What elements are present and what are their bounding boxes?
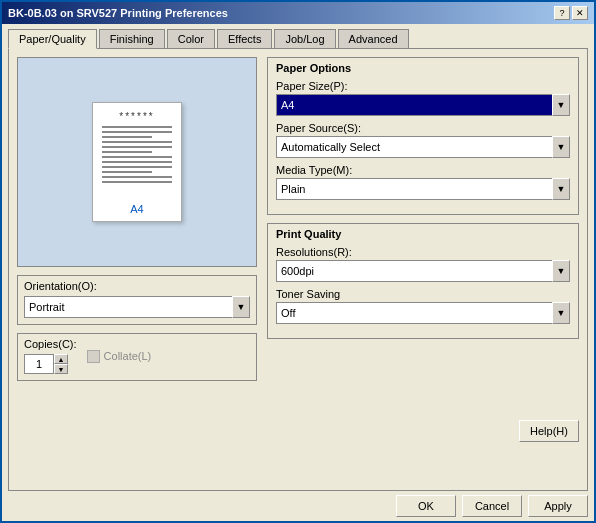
paper-asterisks: ****** bbox=[119, 111, 154, 122]
paper-source-select[interactable]: Automatically Select bbox=[276, 136, 570, 158]
print-quality-group: Print Quality Resolutions(R): 600dpi ▼ bbox=[267, 223, 579, 339]
window-title: BK-0B.03 on SRV527 Printing Preferences bbox=[8, 7, 228, 19]
title-bar-buttons: ? ✕ bbox=[554, 6, 588, 20]
paper-source-label: Paper Source(S): bbox=[276, 122, 570, 134]
spinner-up-btn[interactable]: ▲ bbox=[54, 354, 68, 364]
collate-checkbox bbox=[87, 350, 100, 363]
paper-line bbox=[102, 181, 172, 183]
copies-label: Copies(C): bbox=[24, 338, 77, 350]
toner-saving-row: Toner Saving Off ▼ bbox=[276, 288, 570, 324]
tab-bar: Paper/Quality Finishing Color Effects Jo… bbox=[2, 24, 594, 48]
paper-source-row: Paper Source(S): Automatically Select ▼ bbox=[276, 122, 570, 158]
paper-size-row: Paper Size(P): A4 ▼ bbox=[276, 80, 570, 116]
orientation-select[interactable]: Portrait bbox=[24, 296, 250, 318]
paper-preview: ****** bbox=[92, 102, 182, 222]
spinner-buttons: ▲ ▼ bbox=[54, 354, 68, 374]
orientation-group: Orientation(O): Portrait ▼ bbox=[17, 275, 257, 325]
orientation-label: Orientation(O): bbox=[24, 280, 250, 292]
left-panel: ****** bbox=[17, 57, 257, 412]
tab-paper-quality[interactable]: Paper/Quality bbox=[8, 29, 97, 49]
paper-line bbox=[102, 151, 152, 153]
title-bar: BK-0B.03 on SRV527 Printing Preferences … bbox=[2, 2, 594, 24]
media-type-label: Media Type(M): bbox=[276, 164, 570, 176]
tab-content: ****** bbox=[8, 48, 588, 491]
copies-input[interactable] bbox=[24, 354, 54, 374]
tab-color[interactable]: Color bbox=[167, 29, 215, 49]
tab-job-log[interactable]: Job/Log bbox=[274, 29, 335, 49]
toner-saving-select-wrapper: Off ▼ bbox=[276, 302, 570, 324]
bottom-buttons: OK Cancel Apply bbox=[2, 491, 594, 521]
paper-options-title: Paper Options bbox=[276, 62, 570, 74]
paper-source-select-wrapper: Automatically Select ▼ bbox=[276, 136, 570, 158]
paper-line bbox=[102, 161, 172, 163]
paper-size-select[interactable]: A4 bbox=[276, 94, 570, 116]
print-quality-title: Print Quality bbox=[276, 228, 570, 240]
collate-label: Collate(L) bbox=[104, 350, 152, 362]
main-content: ****** bbox=[17, 57, 579, 412]
media-type-select[interactable]: Plain bbox=[276, 178, 570, 200]
spinner-down-btn[interactable]: ▼ bbox=[54, 364, 68, 374]
resolution-select[interactable]: 600dpi bbox=[276, 260, 570, 282]
close-btn[interactable]: ✕ bbox=[572, 6, 588, 20]
main-window: BK-0B.03 on SRV527 Printing Preferences … bbox=[0, 0, 596, 523]
resolution-row: Resolutions(R): 600dpi ▼ bbox=[276, 246, 570, 282]
copies-label-area: Copies(C): ▲ ▼ bbox=[24, 338, 77, 374]
ok-button[interactable]: OK bbox=[396, 495, 456, 517]
right-panel: Paper Options Paper Size(P): A4 ▼ bbox=[267, 57, 579, 412]
paper-line bbox=[102, 126, 172, 128]
help-button[interactable]: Help(H) bbox=[519, 420, 579, 442]
paper-line bbox=[102, 136, 152, 138]
tab-finishing[interactable]: Finishing bbox=[99, 29, 165, 49]
copies-group: Copies(C): ▲ ▼ Collate(L) bbox=[17, 333, 257, 381]
toner-saving-select[interactable]: Off bbox=[276, 302, 570, 324]
paper-line bbox=[102, 166, 172, 168]
collate-wrapper: Collate(L) bbox=[87, 350, 152, 363]
paper-size-label: Paper Size(P): bbox=[276, 80, 570, 92]
paper-lines bbox=[102, 126, 172, 183]
paper-size-label-preview: A4 bbox=[130, 203, 143, 215]
paper-line bbox=[102, 141, 172, 143]
help-title-btn[interactable]: ? bbox=[554, 6, 570, 20]
paper-line bbox=[102, 156, 172, 158]
paper-line bbox=[102, 146, 172, 148]
media-type-select-wrapper: Plain ▼ bbox=[276, 178, 570, 200]
resolution-select-wrapper: 600dpi ▼ bbox=[276, 260, 570, 282]
paper-size-select-wrapper: A4 ▼ bbox=[276, 94, 570, 116]
tab-effects[interactable]: Effects bbox=[217, 29, 272, 49]
paper-options-group: Paper Options Paper Size(P): A4 ▼ bbox=[267, 57, 579, 215]
paper-line bbox=[102, 176, 172, 178]
paper-line bbox=[102, 171, 152, 173]
cancel-button[interactable]: Cancel bbox=[462, 495, 522, 517]
media-type-row: Media Type(M): Plain ▼ bbox=[276, 164, 570, 200]
paper-line bbox=[102, 131, 172, 133]
preview-box: ****** bbox=[17, 57, 257, 267]
resolution-label: Resolutions(R): bbox=[276, 246, 570, 258]
copies-spinner: ▲ ▼ bbox=[24, 354, 77, 374]
toner-saving-label: Toner Saving bbox=[276, 288, 570, 300]
orientation-select-wrapper: Portrait ▼ bbox=[24, 296, 250, 318]
apply-button[interactable]: Apply bbox=[528, 495, 588, 517]
tab-advanced[interactable]: Advanced bbox=[338, 29, 409, 49]
